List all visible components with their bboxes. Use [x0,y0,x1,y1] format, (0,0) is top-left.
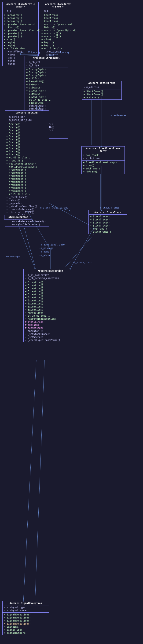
item: + et 13 de plus... [41,47,75,50]
item: UChar >() [4,26,38,29]
item: + operator[]() [4,32,38,35]
item: + begin() [41,41,75,44]
label-m-additional-info: -m_additional_info-m_message-m_name-m_wh… [39,243,64,257]
stringimpl-title: Arccore::StringImpl [25,56,68,60]
item: - m_const_ptr [6,115,48,118]
item: + fromNumber() [6,180,48,184]
item: + StringImpl() [26,68,67,71]
item: + String() [6,126,48,129]
item: + view() [82,164,124,167]
item: + et 17 de plus... [26,98,67,101]
item: + operator Span< Byte >() [41,29,75,32]
item: - m_const_ptr_size [6,118,48,122]
string-methods: + String() + String() + String() + Strin… [5,122,49,226]
item: + addFrame() [82,167,124,170]
label-m-stack-trace-string: -m_stack_trace_string [38,206,68,209]
item: - _append() [6,202,48,205]
item: + fromNumber() [6,184,48,186]
item: + signalType() [4,628,48,631]
item: - _internalUtf16BE() [6,211,48,214]
item: # explain() [24,324,76,326]
item: + StackFrame() [83,90,120,93]
stacktrace-title: Arccore::StackTrace [89,210,127,214]
exception-methods: + Exception() + Exception() + Exception(… [24,280,77,342]
item: # staticInit() [24,320,76,324]
item: Byte >() [41,26,75,29]
item: + et 13 de plus... [4,47,38,50]
item: - StringImpl() [26,108,67,110]
item: + CoreArray() [41,20,75,23]
item: + fromNumber() [6,190,48,192]
item: - m_signal_type [4,606,48,609]
item: ~ SignalException() [4,622,48,625]
item: + CoreArray() [4,16,38,20]
std-exception-box: std::exception [4,215,32,220]
item: - _removeReferenceIfNeeded() [6,220,48,223]
label-m-stack-frames: -m_stack_frames [98,206,119,209]
item: + String() [6,135,48,138]
item: + Exception() [24,302,76,305]
diagram-container: Arccore::CoreArray < UChar > - m_p + Cor… [0,0,143,644]
svg-line-9 [35,360,44,599]
item: + isEqual() [26,92,67,95]
item: + fromNumber() [6,171,48,174]
item: + isEqual() [26,86,67,89]
item: + CoreArray() [41,16,75,20]
item: + CoreArray() [41,14,75,16]
item: + String() [6,129,48,132]
item: - StringImpl() [26,104,67,108]
item: + operator[]() [41,32,75,35]
item: + et 20 de plus... [6,192,48,196]
item: + Exception() [24,296,76,299]
item: + Exception() [24,287,76,290]
string-box: Arccore::String - m_const_ptr - m_const_… [5,110,49,227]
item: + isLessThan() [26,89,67,92]
item: - m_nb_frame [82,157,124,160]
item: - _checkClone() [6,196,48,199]
item: + signalNumber() [4,631,48,634]
corearray-byte-title: Arccore::CoreArray< Byte > [40,2,76,9]
stackframe-title: Arccore::StackFrame [82,81,122,85]
item: - m_p [4,9,38,12]
item: + Exception() [24,299,76,302]
item: + operator Span< const [41,23,75,26]
item: + ~Exception() [24,311,76,314]
item: + utf16() [26,77,67,80]
item: + collapseWhiteSpace() [6,165,48,168]
item: + Exception() [24,293,76,296]
item: - _setWhere() [24,336,76,338]
stackframe-fields: - m_address [82,85,122,90]
item: - m_nb_pending_exception [24,276,76,280]
item: + MAX_FRAME [82,154,124,157]
item: - m_is_collective [24,274,76,276]
item: + SignalException() [4,616,48,619]
item: + address() [83,96,120,99]
string-title: Arccore::String [5,111,49,115]
label-m-p-string: -m_p [35,107,40,109]
item: + begin() [41,44,75,47]
fixedstackframearray-fields: + MAX_FRAME - m_nb_frame [82,153,124,160]
item: + stackFrames() [90,230,126,233]
exception-title: Arccore::Exception [24,269,77,273]
item: + fromNumber() [6,186,48,190]
signalexception-box: Arcane::SignalException - m_signal_type … [2,601,49,635]
string-fields: - m_const_ptr - m_const_ptr_size [5,115,49,122]
item: + StackFrame() [83,93,120,96]
item: + StackTrace() [90,215,126,218]
item: + replaceWhiteSpace() [6,162,48,165]
item: + size() [41,38,75,41]
item: + String() [6,147,48,150]
label-m-stack-trace: -m_stack_trace [72,261,92,264]
item: - _removeImplReference() [6,223,48,226]
item: - operator=() [24,330,76,332]
signalexception-fields: - m_signal_type - m_signal_number [2,606,49,613]
signalexception-title: Arcane::SignalException [2,601,49,606]
item: + bytes() [26,83,67,86]
exception-fields: - m_is_collective - m_nb_pending_excepti… [24,273,77,280]
item: + operator Span< UChar >() [4,29,38,32]
fixedstackframearray-box: Arccore::FixedStackFrameArray + MAX_FRAM… [82,146,125,174]
item: + hasPendingException() [24,317,76,320]
stacktrace-box: Arccore::StackTrace + StackTrace() + Sta… [88,210,127,234]
label-m-utf8-array: -m_utf8_array [51,51,69,54]
item: + Exception() [24,284,76,287]
